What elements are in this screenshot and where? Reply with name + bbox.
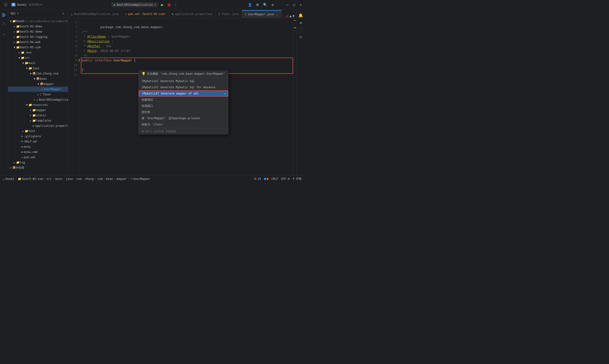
tree-item-log[interactable]: ▶ 📁 log [8,160,68,165]
project-label[interactable]: D Deom1 版本控制 ▼ [12,3,42,6]
breadcrumb-usermapper: ⊙ [130,177,132,181]
app-icon: △ [36,98,38,101]
tree-item-main[interactable]: ▼ 📁 main [8,60,68,66]
debug-button[interactable]: 🐞 [167,2,171,7]
right-sidebar-icon[interactable]: ⊞ [297,33,305,41]
cmd-icon: ≡ [21,150,23,154]
tab-usermapper[interactable]: I UserMapper.java ✕ [242,10,282,18]
code-line-9: public interface UserMapper { [82,58,290,63]
panel-header: 项目 ▼ ⚙ [8,10,68,18]
tree-item-gitignore[interactable]: ▶ ⊘ .gitignore [8,134,68,139]
tab-boot305app[interactable]: △ Boot305SsmApplication.java [68,10,122,18]
tree-item-src[interactable]: ▼ 📁 src [8,55,68,60]
tree-item-boot303[interactable]: ▶ 📁 boot3-03-logging [8,34,68,39]
context-menu-mybatisx-sql[interactable]: [MybatisX] Generate Mybatis Sql [139,78,228,84]
titlebar-center: ▶ Boot305SsmApplication ▼ ▶ 🐞 ⋮ [42,2,247,7]
tab-close-usermapper[interactable]: ✕ [275,13,279,16]
context-menu-implement[interactable]: 实现接口 [139,103,228,109]
tree-item-tuser[interactable]: ▶ C TUser [8,92,68,97]
search-icon[interactable]: 🔍 [263,2,267,7]
tree-item-boot302[interactable]: ▶ 📁 boot3-02-demo [8,29,68,34]
tree-item-mvnw[interactable]: ▶ ≡ mvnw [8,144,68,149]
tab-icon-tuser: C [219,12,220,16]
right-sidebar-m[interactable]: m [297,19,305,27]
code-line-6: * @Author : zhx [82,44,290,49]
scrollbar-area[interactable] [293,18,297,175]
context-menu-create-test[interactable]: 创建测试 [139,97,228,103]
more-options-button[interactable]: ⋮ [173,2,178,7]
sidebar-icon-files[interactable] [0,12,8,19]
bulb-icon[interactable]: 💡 [79,59,80,63]
run-button[interactable]: ▶ [160,2,165,7]
svg-rect-0 [4,3,7,4]
settings-icon[interactable]: ⚙ [270,2,275,7]
tree-item-bean[interactable]: ▼ 📦 bean [8,76,68,81]
svg-rect-4 [2,14,5,15]
separator-right-3 [298,32,304,32]
scroll-up-button[interactable]: ▲ [289,14,291,18]
context-menu-package-private[interactable]: 将 'UserMapper' 设为package-private [139,115,228,121]
more-options-icon[interactable]: ⋯ [224,91,226,96]
tab-more-button[interactable]: ⋮ [283,14,285,18]
sidebar-icon-structure[interactable] [0,20,8,28]
context-menu-sealed[interactable]: 密封类 [139,109,228,115]
translate-icon[interactable]: ⊞ [255,2,260,7]
tree-item-templates[interactable]: ▶ 📁 templates [8,118,68,123]
breadcrumb-folder-icon: 📁 [18,177,21,181]
context-menu-mybatisx-adv[interactable]: [MybatisX] Generate Mybatis Sql for Adva… [139,84,228,91]
svg-point-9 [5,24,6,25]
tree-item-helpmd[interactable]: ▶ M↓ HELP.md [8,139,68,144]
tab-icon-boot305: △ [71,12,73,16]
code-line-5: * @Description : [82,39,290,44]
tree-settings-icon[interactable]: ⚙ [61,11,66,16]
tree-item-mvn-hidden[interactable]: ▶ 📁 .mvn [8,50,68,55]
tree-item-application[interactable]: ▶ △ Boot305SsmApplication [8,97,68,102]
tree-item-usermapper[interactable]: ⊙ UserMapper [8,87,68,92]
account-icon[interactable]: 👤 [247,2,252,7]
right-sidebar-notifications[interactable]: 🔔 [297,12,305,19]
tree-item-boot305[interactable]: ▼ 📁 boot3-05-ssm [8,45,68,50]
tree-item-mapper-pkg[interactable]: ▼ 📦 mapper [8,81,68,87]
gitignore-icon: ⊘ [21,135,23,138]
close-button[interactable]: ✕ [299,3,303,7]
tree-item-mapper-res[interactable]: ▶ 📁 mapper [8,107,68,113]
error-indicator: △5 [285,14,289,18]
svg-line-11 [4,23,5,24]
line-numbers: 1 2 3 4 5 6 7 8 9 10 11 12 [68,18,79,175]
tree-item-java[interactable]: ▼ 📁 java [8,66,68,71]
status-right: 9:25 CRLF UTF-8 4 空格 [254,177,302,181]
tree-item-resources[interactable]: ▼ 📁 resources [8,102,68,107]
win-flag [264,178,269,180]
editor-area: △ Boot305SsmApplication.java ✦ pom.xml (… [68,10,297,175]
context-menu: 💡 安全删除 'com.zhong.ssm.bean.mapper.UserMa… [138,70,229,134]
tree-item-external-libs[interactable]: ▶ 📦 外部库 [8,165,68,170]
scroll-down-button[interactable]: ▼ [293,14,295,18]
props-icon: ⚙ [32,124,34,128]
run-config[interactable]: ▶ Boot305SsmApplication ▼ [111,2,158,7]
tree-item-appprops[interactable]: ▶ ⚙ application.properties [8,123,68,129]
context-menu-hint: 按 Alt+ 点击中键 切换预览 [139,129,228,134]
md-icon: M↓ [21,140,24,143]
tree-item-test[interactable]: ▶ 📁 test [8,129,68,134]
titlebar: D Deom1 版本控制 ▼ ▶ Boot305SsmApplication ▼… [0,0,305,10]
warning-stripe-2 [294,28,296,28]
tab-pomxml[interactable]: ✦ pom.xml (boot3-05-ssm) [122,10,169,18]
context-menu-to-class[interactable]: 转换为 'class' [139,121,228,128]
tree-item-boot301[interactable]: ▶ 📁 boot3-01-demo [8,24,68,29]
separator-2 [139,128,228,128]
context-menu-mybatisx-xml[interactable]: [MybatisX] Generate mapper of xml ⋯ [139,91,228,97]
maximize-button[interactable]: □ [292,3,296,7]
tree-item-package-root[interactable]: ▼ 📦 com.zhong.ssm [8,71,68,76]
tree-item-pomxml[interactable]: ▶ ✦ pom.xml [8,155,68,160]
tree-item-root[interactable]: ▼ 📁 Deom1 E:\SpringBootBase\SpringBoot3S… [8,19,68,24]
tree-item-static[interactable]: ▶ 📁 static [8,113,68,118]
code-line-4: * @ClassName : UserMapper [82,34,290,39]
tree-item-boot304[interactable]: ▶ 📁 boot3-04-web [8,39,68,45]
tab-tuser[interactable]: C TUser.java [216,10,242,18]
context-menu-item-bulb[interactable]: 💡 安全删除 'com.zhong.ssm.bean.mapper.UserMa… [139,71,228,77]
tree-item-mvnwcmd[interactable]: ▶ ≡ mvnw.cmd [8,149,68,155]
sidebar-icon-dots[interactable]: ⋯ [0,30,8,38]
file-tree-icon[interactable] [2,1,10,9]
minimize-button[interactable]: ─ [285,3,289,7]
tab-appprops[interactable]: ⚙ application.properties [169,10,216,18]
